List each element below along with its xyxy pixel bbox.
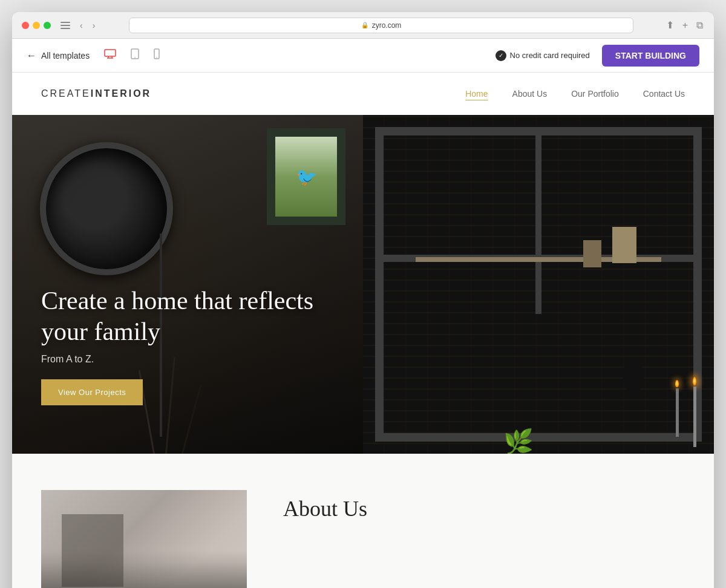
windows-button[interactable]: ⧉ — [695, 19, 704, 32]
browser-titlebar: ‹ › 🔒 zyro.com ⬆ + ⧉ — [12, 12, 714, 39]
dot-yellow[interactable] — [33, 22, 40, 29]
site-menu: Home About Us Our Portfolio Contact Us — [465, 88, 685, 99]
back-link-label: All templates — [41, 51, 90, 60]
nav-link-about[interactable]: About Us — [512, 89, 548, 99]
bird-painting: 🐦 — [267, 128, 345, 225]
about-title: About Us — [283, 496, 367, 521]
toolbar-right: ✓ No credit card required START BUILDING — [495, 45, 699, 67]
forward-browser-button[interactable]: › — [90, 19, 98, 31]
dot-green[interactable] — [44, 22, 51, 29]
desktop-view-button[interactable] — [102, 47, 119, 64]
check-circle-icon: ✓ — [495, 50, 506, 61]
new-tab-button[interactable]: + — [681, 19, 689, 32]
hero-cta-button[interactable]: View Our Projects — [41, 379, 143, 405]
nav-item-portfolio[interactable]: Our Portfolio — [571, 88, 619, 99]
bird-painting-inner: 🐦 — [275, 137, 337, 217]
site-logo: CREATEINTERIOR — [41, 88, 151, 99]
nav-item-home[interactable]: Home — [465, 88, 488, 99]
svg-rect-0 — [105, 50, 116, 56]
site-navigation: CREATEINTERIOR Home About Us Our Portfol… — [12, 73, 714, 115]
nav-item-about[interactable]: About Us — [512, 88, 548, 99]
browser-nav-buttons: ‹ › — [77, 19, 97, 31]
black-vase — [623, 362, 644, 393]
svg-point-7 — [156, 57, 157, 57]
tablet-view-button[interactable] — [128, 46, 142, 65]
mobile-view-button[interactable] — [151, 46, 162, 65]
candle-2 — [693, 377, 696, 447]
about-image — [41, 490, 247, 588]
back-arrow-icon: ← — [27, 50, 36, 61]
nav-link-home[interactable]: Home — [465, 89, 488, 100]
shelf-item-2 — [583, 240, 601, 267]
browser-window: ‹ › 🔒 zyro.com ⬆ + ⧉ ← All templates — [12, 12, 714, 588]
url-text: zyro.com — [372, 21, 402, 30]
device-toggles — [102, 46, 162, 65]
address-bar[interactable]: 🔒 zyro.com — [129, 18, 633, 33]
about-section: About Us — [12, 454, 714, 588]
share-button[interactable]: ⬆ — [665, 18, 675, 32]
browser-action-buttons: ⬆ + ⧉ — [665, 18, 704, 32]
svg-point-5 — [134, 57, 136, 58]
window-frame-right — [375, 127, 702, 442]
plant-decoration: 🌿 — [503, 430, 534, 454]
app-toolbar: ← All templates — [12, 39, 714, 73]
nav-link-contact[interactable]: Contact Us — [643, 89, 685, 99]
no-credit-card-badge: ✓ No credit card required — [495, 50, 590, 61]
lock-icon: 🔒 — [361, 22, 368, 28]
hero-content: Create a home that reflects your family … — [41, 286, 319, 405]
hero-section: 🐦 — [12, 115, 714, 454]
candle-1 — [675, 380, 679, 437]
sidebar-toggle-icon[interactable] — [60, 22, 70, 29]
no-cc-label: No credit card required — [510, 51, 590, 60]
lamp-decoration — [40, 142, 173, 275]
hero-subtitle: From A to Z. — [41, 354, 319, 365]
back-to-templates-link[interactable]: ← All templates — [27, 50, 90, 61]
back-browser-button[interactable]: ‹ — [77, 19, 85, 31]
about-content: About Us — [283, 490, 367, 521]
start-building-button[interactable]: START BUILDING — [602, 45, 699, 67]
shelf-item-1 — [612, 227, 636, 263]
browser-dots — [22, 22, 51, 29]
hero-title: Create a home that reflects your family — [41, 286, 319, 347]
nav-item-contact[interactable]: Contact Us — [643, 88, 685, 99]
nav-link-portfolio[interactable]: Our Portfolio — [571, 89, 619, 99]
website-preview: CREATEINTERIOR Home About Us Our Portfol… — [12, 73, 714, 588]
dot-red[interactable] — [22, 22, 29, 29]
hero-right-panel: 🌿 — [363, 115, 714, 454]
